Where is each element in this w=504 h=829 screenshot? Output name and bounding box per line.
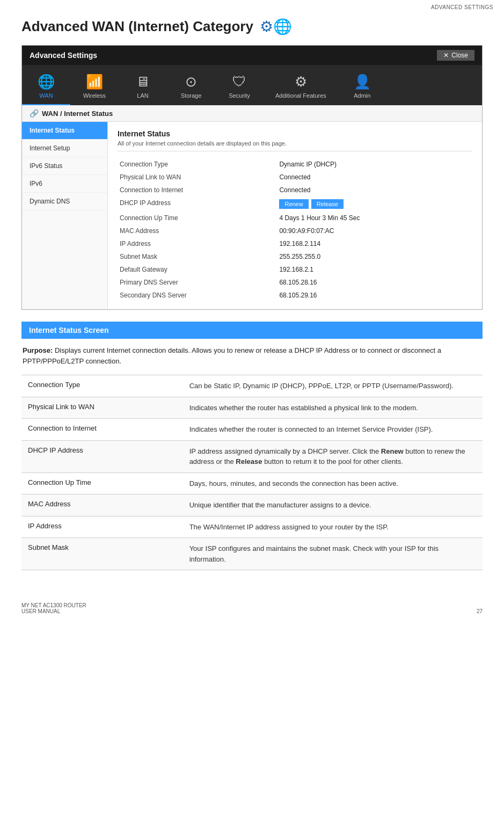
nav-item-lan[interactable]: 🖥 LAN xyxy=(119,69,167,105)
info-row-value: 00:90:A9:F0:07:AC xyxy=(277,224,472,237)
info-row-label: Connection to Internet xyxy=(118,184,277,197)
info-row-value: Connected xyxy=(277,184,472,197)
desc-row-value: IP address assigned dynamically by a DHC… xyxy=(183,440,483,472)
info-table-row: Connection Up Time4 Days 1 Hour 3 Min 45… xyxy=(118,212,472,224)
info-row-label: Connection Up Time xyxy=(118,212,277,224)
desc-table-row: DHCP IP AddressIP address assigned dynam… xyxy=(21,440,483,472)
desc-table-row: Physical Link to WANIndicates whether th… xyxy=(21,397,483,419)
desc-row-value: The WAN/Internet IP address assigned to … xyxy=(183,516,483,538)
release-button[interactable]: Release xyxy=(311,199,344,209)
info-row-value: RenewRelease xyxy=(277,197,472,212)
info-row-value: 192.168.2.1 xyxy=(277,263,472,276)
info-table-row: Primary DNS Server68.105.28.16 xyxy=(118,276,472,289)
renew-button[interactable]: Renew xyxy=(279,199,308,209)
router-window: Advanced Settings ✕ Close 🌐 WAN 📶 Wirele… xyxy=(21,45,483,310)
desc-table-row: MAC AddressUnique identifier that the ma… xyxy=(21,495,483,517)
page-title-row: Advanced WAN (Internet) Category ⚙🌐 xyxy=(21,18,483,35)
nav-label-admin: Admin xyxy=(354,92,370,99)
wireless-icon: 📶 xyxy=(86,74,103,90)
info-table-row: IP Address192.168.2.114 xyxy=(118,237,472,250)
admin-icon: 👤 xyxy=(354,74,371,90)
info-row-value: 68.105.29.16 xyxy=(277,289,472,302)
info-row-label: Subnet Mask xyxy=(118,250,277,263)
sidebar-item-ipv6[interactable]: IPv6 xyxy=(22,175,107,193)
nav-item-additional[interactable]: ⚙ Additional Features xyxy=(264,69,338,105)
router-panel: Internet Status All of your Internet con… xyxy=(108,122,482,309)
nav-label-additional: Additional Features xyxy=(275,92,326,99)
storage-icon: ⊙ xyxy=(185,74,197,90)
info-row-value: Dynamic IP (DHCP) xyxy=(277,158,472,171)
desc-row-label: IP Address xyxy=(21,516,183,538)
desc-table: Connection TypeCan be Static IP, Dynamic… xyxy=(21,375,483,570)
desc-row-label: Connection to Internet xyxy=(21,419,183,441)
info-table-row: DHCP IP AddressRenewRelease xyxy=(118,197,472,212)
page-footer: MY NET AC1300 ROUTER USER MANUAL 27 xyxy=(0,597,504,620)
info-row-value: 255.255.255.0 xyxy=(277,250,472,263)
desc-row-label: Connection Type xyxy=(21,375,183,397)
nav-label-lan: LAN xyxy=(137,92,148,99)
nav-item-security[interactable]: 🛡 Security xyxy=(215,69,264,105)
purpose-text: Purpose: Displays current Internet conne… xyxy=(21,345,483,366)
security-icon: 🛡 xyxy=(232,74,246,90)
nav-label-security: Security xyxy=(229,92,250,99)
page-content: Advanced WAN (Internet) Category ⚙🌐 Adva… xyxy=(0,12,504,586)
nav-label-wireless: Wireless xyxy=(83,92,106,99)
desc-table-row: Connection Up TimeDays, hours, minutes, … xyxy=(21,472,483,495)
info-row-label: DHCP IP Address xyxy=(118,197,277,212)
info-row-value: Connected xyxy=(277,171,472,184)
desc-row-value: Indicates whether the router has establi… xyxy=(183,397,483,419)
desc-row-value: Days, hours, minutes, and seconds the co… xyxy=(183,472,483,495)
page-header: ADVANCED SETTINGS xyxy=(0,0,504,12)
desc-row-label: Subnet Mask xyxy=(21,538,183,570)
info-row-label: Default Gateway xyxy=(118,263,277,276)
footer-left: MY NET AC1300 ROUTER USER MANUAL xyxy=(21,602,86,614)
desc-table-row: Connection TypeCan be Static IP, Dynamic… xyxy=(21,375,483,397)
panel-title: Internet Status xyxy=(118,129,472,138)
desc-table-row: IP AddressThe WAN/Internet IP address as… xyxy=(21,516,483,538)
desc-row-value: Unique identifier that the manufacturer … xyxy=(183,495,483,517)
close-x-icon: ✕ xyxy=(443,52,449,59)
info-row-label: IP Address xyxy=(118,237,277,250)
info-row-value: 4 Days 1 Hour 3 Min 45 Sec xyxy=(277,212,472,224)
nav-item-admin[interactable]: 👤 Admin xyxy=(338,69,386,105)
router-body: Internet Status Internet Setup IPv6 Stat… xyxy=(22,122,482,309)
sidebar-item-internet-setup[interactable]: Internet Setup xyxy=(22,140,107,157)
desc-row-label: Physical Link to WAN xyxy=(21,397,183,419)
info-table-row: Connection TypeDynamic IP (DHCP) xyxy=(118,158,472,171)
sidebar-item-internet-status[interactable]: Internet Status xyxy=(22,122,107,140)
info-table-row: Secondary DNS Server68.105.29.16 xyxy=(118,289,472,302)
panel-subtitle: All of your Internet connection details … xyxy=(118,140,472,151)
globe-settings-icon: ⚙🌐 xyxy=(260,18,292,35)
sidebar-item-dynamic-dns[interactable]: Dynamic DNS xyxy=(22,193,107,210)
info-table-row: Physical Link to WANConnected xyxy=(118,171,472,184)
purpose-label: Purpose: xyxy=(23,346,53,354)
additional-icon: ⚙ xyxy=(295,74,307,90)
footer-page-number: 27 xyxy=(477,608,483,614)
info-row-label: Primary DNS Server xyxy=(118,276,277,289)
nav-item-wan[interactable]: 🌐 WAN xyxy=(22,69,70,105)
section-title: WAN / Internet Status xyxy=(42,110,113,118)
desc-row-value: Your ISP configures and maintains the su… xyxy=(183,538,483,570)
nav-item-storage[interactable]: ⊙ Storage xyxy=(167,69,215,105)
section-header: 🔗 WAN / Internet Status xyxy=(22,105,482,122)
desc-row-value: Indicates whether the router is connecte… xyxy=(183,419,483,441)
info-row-label: MAC Address xyxy=(118,224,277,237)
header-title: ADVANCED SETTINGS xyxy=(431,4,493,10)
info-table-row: Default Gateway192.168.2.1 xyxy=(118,263,472,276)
page-title: Advanced WAN (Internet) Category xyxy=(21,18,253,35)
info-row-label: Connection Type xyxy=(118,158,277,171)
nav-label-wan: WAN xyxy=(39,92,53,99)
info-row-label: Physical Link to WAN xyxy=(118,171,277,184)
info-row-value: 192.168.2.114 xyxy=(277,237,472,250)
nav-item-wireless[interactable]: 📶 Wireless xyxy=(70,69,119,105)
router-nav: 🌐 WAN 📶 Wireless 🖥 LAN ⊙ Storage 🛡 Secur… xyxy=(22,65,482,105)
desc-row-label: MAC Address xyxy=(21,495,183,517)
desc-row-label: Connection Up Time xyxy=(21,472,183,495)
desc-row-label: DHCP IP Address xyxy=(21,440,183,472)
close-button[interactable]: ✕ Close xyxy=(437,50,474,61)
sidebar-item-ipv6-status[interactable]: IPv6 Status xyxy=(22,157,107,175)
desc-table-row: Connection to InternetIndicates whether … xyxy=(21,419,483,441)
info-row-label: Secondary DNS Server xyxy=(118,289,277,302)
router-window-title: Advanced Settings xyxy=(30,51,97,60)
router-sidebar: Internet Status Internet Setup IPv6 Stat… xyxy=(22,122,108,309)
